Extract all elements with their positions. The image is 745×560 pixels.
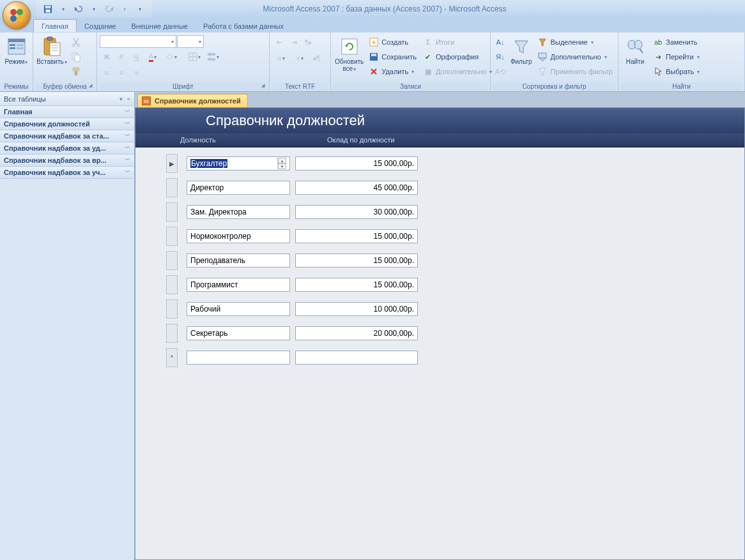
sort-desc-button[interactable]: Я↓ bbox=[493, 50, 507, 64]
record-selector[interactable] bbox=[166, 251, 178, 270]
rtl-button[interactable]: ◂¶ bbox=[309, 51, 323, 65]
find-button[interactable]: Найти bbox=[621, 35, 649, 66]
font-family-combo[interactable] bbox=[100, 35, 176, 48]
svg-rect-5 bbox=[45, 6, 51, 8]
position-field[interactable]: Преподаватель bbox=[187, 254, 290, 268]
spelling-button[interactable]: ✔Орфография bbox=[420, 50, 495, 64]
cut-icon[interactable] bbox=[69, 35, 83, 49]
nav-item[interactable]: Справочник надбавок за ста...︾ bbox=[0, 130, 134, 142]
altrow-button[interactable]: ▾ bbox=[204, 50, 222, 64]
gridlines-button[interactable]: ▾ bbox=[185, 50, 203, 64]
italic-button[interactable]: К bbox=[114, 50, 128, 64]
nav-item[interactable]: Главная︾ bbox=[0, 106, 134, 118]
nav-collapse-icon[interactable]: « bbox=[127, 96, 130, 102]
bold-button[interactable]: Ж bbox=[100, 50, 114, 64]
tab-create[interactable]: Создание bbox=[77, 20, 124, 32]
nav-header[interactable]: Все таблицы ▾ « bbox=[0, 92, 134, 106]
clear-sort-button[interactable]: А⟲ bbox=[493, 64, 507, 79]
nav-item[interactable]: Справочник должностей︾ bbox=[0, 118, 134, 130]
salary-field[interactable]: 20 000,00р. bbox=[295, 326, 418, 340]
new-record-button[interactable]: ✶Создать bbox=[366, 35, 419, 49]
save-icon[interactable] bbox=[41, 3, 55, 15]
tab-home[interactable]: Главная bbox=[33, 19, 77, 32]
main-body: Все таблицы ▾ « Главная︾Справочник должн… bbox=[0, 92, 745, 560]
position-field[interactable]: Секретарь bbox=[187, 326, 290, 340]
goto-button[interactable]: ➜Перейти▾ bbox=[650, 50, 702, 64]
delete-record-button[interactable]: Удалить▾ bbox=[366, 64, 419, 79]
record-selector[interactable] bbox=[166, 324, 178, 343]
fill-color-button[interactable]: ▾ bbox=[162, 50, 180, 64]
record-selector[interactable]: * bbox=[166, 348, 178, 367]
copy-icon[interactable] bbox=[69, 50, 83, 64]
position-field[interactable]: Директор bbox=[187, 181, 290, 195]
record-selector[interactable] bbox=[166, 178, 178, 197]
refresh-button[interactable]: Обновить все▾ bbox=[334, 35, 365, 74]
navigation-pane: Все таблицы ▾ « Главная︾Справочник должн… bbox=[0, 92, 135, 560]
salary-field[interactable]: 15 000,00р. bbox=[295, 156, 418, 170]
chevron-icon: ︾ bbox=[125, 169, 130, 177]
nav-item[interactable]: Справочник надбавок за уч...︾ bbox=[0, 167, 134, 179]
doc-tab[interactable]: ▭ Справочник должностей bbox=[137, 94, 248, 107]
view-button[interactable]: Режим▾ bbox=[3, 35, 30, 67]
record-row: Преподаватель 15 000,00р. bbox=[135, 248, 744, 273]
redo-icon[interactable] bbox=[102, 3, 116, 15]
position-field[interactable] bbox=[187, 351, 290, 365]
nav-dropdown-icon[interactable]: ▾ bbox=[119, 96, 123, 102]
filter-icon bbox=[511, 36, 532, 57]
select-button[interactable]: Выбрать▾ bbox=[650, 64, 702, 79]
group-rtf-label: Текст RTF bbox=[272, 82, 328, 91]
record-selector[interactable]: ▶ bbox=[166, 154, 178, 173]
nav-item[interactable]: Справочник надбавок за уд...︾ bbox=[0, 142, 134, 155]
more-button[interactable]: ▦Дополнительно▾ bbox=[420, 64, 495, 79]
qat-dropdown-icon[interactable]: ▾ bbox=[56, 3, 70, 15]
tab-dbtools[interactable]: Работа с базами данных bbox=[196, 20, 291, 32]
underline-button[interactable]: Ч bbox=[129, 50, 143, 64]
align-center-button[interactable]: ≡ bbox=[114, 66, 128, 80]
nav-item[interactable]: Справочник надбавок за вр...︾ bbox=[0, 155, 134, 167]
record-selector[interactable] bbox=[166, 275, 178, 294]
align-right-button[interactable]: ≡ bbox=[129, 66, 143, 80]
position-field[interactable]: Бухгалтер▲▼ bbox=[187, 156, 290, 170]
group-records-label: Записи bbox=[334, 82, 488, 91]
position-field[interactable]: Зам. Директора bbox=[187, 205, 290, 219]
numbering-button[interactable]: ≡▾ bbox=[272, 51, 290, 65]
position-field[interactable]: Программист bbox=[187, 278, 290, 292]
qat-customize-icon[interactable]: ▾ bbox=[133, 3, 147, 15]
selection-button[interactable]: Выделение▾ bbox=[535, 35, 615, 49]
align-left-button[interactable]: ≡ bbox=[100, 66, 114, 80]
salary-field[interactable]: 30 000,00р. bbox=[295, 205, 418, 219]
format-painter-icon[interactable] bbox=[69, 64, 83, 79]
increase-indent-button[interactable]: ⇥ bbox=[287, 35, 301, 49]
salary-field[interactable]: 45 000,00р. bbox=[295, 181, 418, 195]
salary-field[interactable] bbox=[295, 351, 418, 365]
advanced-filter-button[interactable]: Дополнительно▾ bbox=[535, 50, 615, 64]
undo-icon[interactable] bbox=[72, 3, 86, 15]
position-field[interactable]: Рабочий bbox=[187, 302, 290, 316]
record-selector[interactable] bbox=[166, 227, 178, 246]
font-color-button[interactable]: А▾ bbox=[144, 50, 162, 64]
save-record-button[interactable]: Сохранить bbox=[366, 50, 419, 64]
salary-field[interactable]: 15 000,00р. bbox=[295, 278, 418, 292]
font-size-combo[interactable] bbox=[177, 35, 204, 48]
totals-button[interactable]: ΣИтоги bbox=[420, 35, 495, 49]
paste-button[interactable]: Вставить▾ bbox=[36, 35, 68, 67]
bullets-button[interactable]: ≡▾ bbox=[291, 51, 309, 65]
record-selector[interactable] bbox=[166, 299, 178, 319]
spinner[interactable]: ▲▼ bbox=[277, 158, 286, 169]
sort-asc-button[interactable]: А↓ bbox=[493, 35, 507, 49]
salary-field[interactable]: 15 000,00р. bbox=[295, 229, 418, 243]
ltr-button[interactable]: ¶▸ bbox=[302, 35, 316, 49]
filter-button[interactable]: Фильтр bbox=[509, 35, 534, 66]
office-button[interactable] bbox=[3, 1, 31, 29]
replace-button[interactable]: abЗаменить bbox=[650, 35, 702, 49]
toggle-filter-button[interactable]: Применить фильтр bbox=[535, 64, 615, 79]
record-selector[interactable] bbox=[166, 202, 178, 222]
decrease-indent-button[interactable]: ⇤ bbox=[272, 35, 286, 49]
salary-field[interactable]: 10 000,00р. bbox=[295, 302, 418, 316]
position-field[interactable]: Нормоконтролер bbox=[187, 229, 290, 243]
record-row: Зам. Директора 30 000,00р. bbox=[135, 200, 744, 224]
undo-dropdown-icon[interactable]: ▾ bbox=[87, 3, 101, 15]
tab-external[interactable]: Внешние данные bbox=[124, 20, 196, 32]
salary-field[interactable]: 15 000,00р. bbox=[295, 254, 418, 268]
redo-dropdown-icon[interactable]: ▾ bbox=[118, 3, 132, 15]
